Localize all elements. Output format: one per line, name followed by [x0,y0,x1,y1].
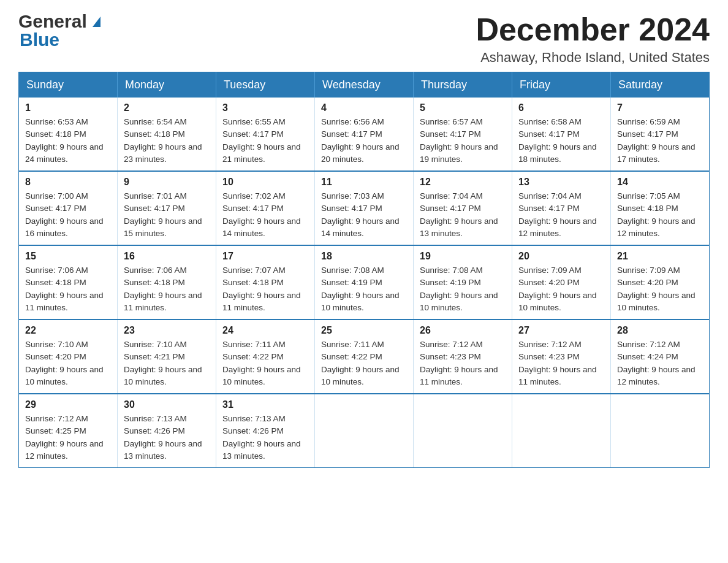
day-info: Sunrise: 7:04 AMSunset: 4:17 PMDaylight:… [518,190,604,240]
calendar-week-row: 29Sunrise: 7:12 AMSunset: 4:25 PMDayligh… [19,394,710,468]
calendar-table: SundayMondayTuesdayWednesdayThursdayFrid… [18,72,710,468]
calendar-week-row: 1Sunrise: 6:53 AMSunset: 4:18 PMDaylight… [19,98,710,171]
calendar-day-cell: 31Sunrise: 7:13 AMSunset: 4:26 PMDayligh… [216,394,315,468]
calendar-day-cell: 2Sunrise: 6:54 AMSunset: 4:18 PMDaylight… [118,98,216,171]
day-number: 26 [420,325,506,336]
calendar-day-cell [611,394,710,468]
day-info: Sunrise: 6:54 AMSunset: 4:18 PMDaylight:… [124,116,210,166]
calendar-day-cell: 3Sunrise: 6:55 AMSunset: 4:17 PMDaylight… [216,98,315,171]
calendar-day-cell [414,394,512,468]
day-info: Sunrise: 7:09 AMSunset: 4:20 PMDaylight:… [617,264,703,314]
calendar-day-cell: 8Sunrise: 7:00 AMSunset: 4:17 PMDaylight… [19,171,118,245]
day-number: 20 [518,251,604,262]
calendar-day-cell: 24Sunrise: 7:11 AMSunset: 4:22 PMDayligh… [216,320,315,394]
day-info: Sunrise: 7:12 AMSunset: 4:25 PMDaylight:… [25,413,111,462]
calendar-day-cell: 15Sunrise: 7:06 AMSunset: 4:18 PMDayligh… [19,245,118,320]
day-number: 9 [124,177,210,188]
calendar-day-cell [512,394,611,468]
day-number: 25 [321,325,407,336]
calendar-day-cell: 17Sunrise: 7:07 AMSunset: 4:18 PMDayligh… [216,245,315,320]
calendar-day-cell: 22Sunrise: 7:10 AMSunset: 4:20 PMDayligh… [19,320,118,394]
day-number: 29 [25,399,111,410]
day-number: 22 [25,325,111,336]
location-subtitle: Ashaway, Rhode Island, United States [476,50,710,66]
calendar-day-cell: 7Sunrise: 6:59 AMSunset: 4:17 PMDaylight… [611,98,710,171]
calendar-day-cell: 18Sunrise: 7:08 AMSunset: 4:19 PMDayligh… [315,245,414,320]
calendar-day-cell [315,394,414,468]
day-info: Sunrise: 7:09 AMSunset: 4:20 PMDaylight:… [518,264,604,314]
day-number: 8 [25,177,111,188]
day-number: 14 [617,177,703,188]
day-number: 23 [124,325,210,336]
calendar-week-row: 15Sunrise: 7:06 AMSunset: 4:18 PMDayligh… [19,245,710,320]
calendar-day-cell: 29Sunrise: 7:12 AMSunset: 4:25 PMDayligh… [19,394,118,468]
day-number: 13 [518,177,604,188]
logo-blue-text: Blue [20,31,59,49]
day-number: 17 [222,251,308,262]
day-info: Sunrise: 7:11 AMSunset: 4:22 PMDaylight:… [222,339,308,388]
day-number: 11 [321,177,407,188]
title-area: December 2024 Ashaway, Rhode Island, Uni… [476,12,710,66]
calendar-day-cell: 26Sunrise: 7:12 AMSunset: 4:23 PMDayligh… [414,320,512,394]
day-number: 15 [25,251,111,262]
day-info: Sunrise: 7:13 AMSunset: 4:26 PMDaylight:… [124,413,210,462]
day-info: Sunrise: 7:10 AMSunset: 4:21 PMDaylight:… [124,339,210,388]
calendar-day-cell: 6Sunrise: 6:58 AMSunset: 4:17 PMDaylight… [512,98,611,171]
calendar-day-cell: 23Sunrise: 7:10 AMSunset: 4:21 PMDayligh… [118,320,216,394]
day-info: Sunrise: 7:12 AMSunset: 4:23 PMDaylight:… [518,339,604,388]
calendar-day-cell: 25Sunrise: 7:11 AMSunset: 4:22 PMDayligh… [315,320,414,394]
calendar-day-cell: 21Sunrise: 7:09 AMSunset: 4:20 PMDayligh… [611,245,710,320]
day-info: Sunrise: 7:04 AMSunset: 4:17 PMDaylight:… [420,190,506,240]
weekday-header-thursday: Thursday [414,72,512,98]
calendar-day-cell: 30Sunrise: 7:13 AMSunset: 4:26 PMDayligh… [118,394,216,468]
day-info: Sunrise: 7:08 AMSunset: 4:19 PMDaylight:… [321,264,407,314]
weekday-header-friday: Friday [512,72,611,98]
day-number: 2 [124,102,210,113]
day-info: Sunrise: 7:01 AMSunset: 4:17 PMDaylight:… [124,190,210,240]
calendar-day-cell: 13Sunrise: 7:04 AMSunset: 4:17 PMDayligh… [512,171,611,245]
day-info: Sunrise: 7:00 AMSunset: 4:17 PMDaylight:… [25,190,111,240]
day-number: 24 [222,325,308,336]
day-number: 1 [25,102,111,113]
calendar-day-cell: 4Sunrise: 6:56 AMSunset: 4:17 PMDaylight… [315,98,414,171]
day-number: 27 [518,325,604,336]
day-info: Sunrise: 6:57 AMSunset: 4:17 PMDaylight:… [420,116,506,166]
calendar-day-cell: 9Sunrise: 7:01 AMSunset: 4:17 PMDaylight… [118,171,216,245]
day-info: Sunrise: 7:10 AMSunset: 4:20 PMDaylight:… [25,339,111,388]
weekday-header-wednesday: Wednesday [315,72,414,98]
day-number: 18 [321,251,407,262]
weekday-header-saturday: Saturday [611,72,710,98]
calendar-day-cell: 10Sunrise: 7:02 AMSunset: 4:17 PMDayligh… [216,171,315,245]
calendar-day-cell: 1Sunrise: 6:53 AMSunset: 4:18 PMDaylight… [19,98,118,171]
calendar-day-cell: 20Sunrise: 7:09 AMSunset: 4:20 PMDayligh… [512,245,611,320]
calendar-day-cell: 27Sunrise: 7:12 AMSunset: 4:23 PMDayligh… [512,320,611,394]
day-info: Sunrise: 6:53 AMSunset: 4:18 PMDaylight:… [25,116,111,166]
day-info: Sunrise: 7:12 AMSunset: 4:24 PMDaylight:… [617,339,703,388]
day-number: 30 [124,399,210,410]
weekday-header-monday: Monday [118,72,216,98]
day-info: Sunrise: 6:55 AMSunset: 4:17 PMDaylight:… [222,116,308,166]
day-info: Sunrise: 7:13 AMSunset: 4:26 PMDaylight:… [222,413,308,462]
calendar-day-cell: 16Sunrise: 7:06 AMSunset: 4:18 PMDayligh… [118,245,216,320]
day-number: 6 [518,102,604,113]
day-number: 28 [617,325,703,336]
day-info: Sunrise: 7:07 AMSunset: 4:18 PMDaylight:… [222,264,308,314]
day-number: 19 [420,251,506,262]
day-info: Sunrise: 6:56 AMSunset: 4:17 PMDaylight:… [321,116,407,166]
day-info: Sunrise: 7:06 AMSunset: 4:18 PMDaylight:… [124,264,210,314]
day-number: 3 [222,102,308,113]
calendar-week-row: 22Sunrise: 7:10 AMSunset: 4:20 PMDayligh… [19,320,710,394]
calendar-day-cell: 28Sunrise: 7:12 AMSunset: 4:24 PMDayligh… [611,320,710,394]
day-number: 5 [420,102,506,113]
logo-general-text: General [18,12,100,31]
weekday-header-tuesday: Tuesday [216,72,315,98]
logo: General Blue [18,12,100,49]
day-info: Sunrise: 6:59 AMSunset: 4:17 PMDaylight:… [617,116,703,166]
day-info: Sunrise: 7:02 AMSunset: 4:17 PMDaylight:… [222,190,308,240]
day-number: 31 [222,399,308,410]
weekday-header-sunday: Sunday [19,72,118,98]
day-number: 21 [617,251,703,262]
day-info: Sunrise: 7:11 AMSunset: 4:22 PMDaylight:… [321,339,407,388]
day-info: Sunrise: 7:05 AMSunset: 4:18 PMDaylight:… [617,190,703,240]
page-header: General Blue December 2024 Ashaway, Rhod… [18,12,710,66]
